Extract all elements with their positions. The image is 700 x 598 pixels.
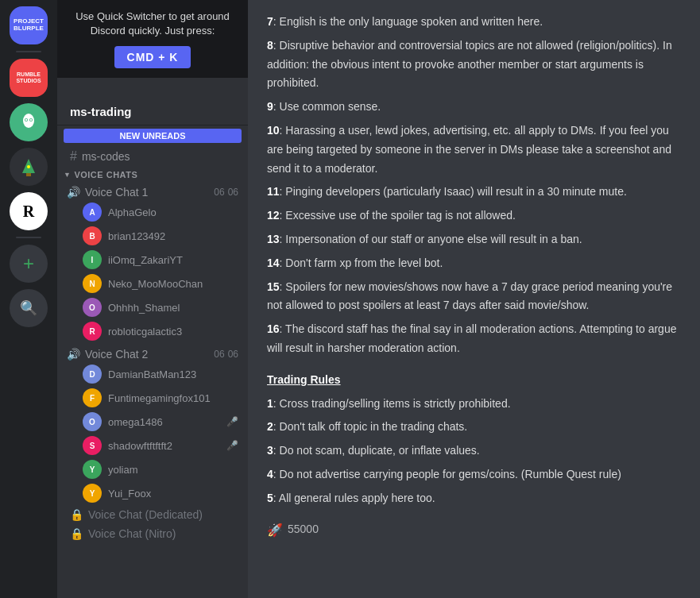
christmas-icon (17, 156, 40, 178)
member-avatar: Y (83, 460, 102, 479)
voice-member[interactable]: Y Yui_Foox (60, 481, 245, 505)
voice-chat-2-header[interactable]: 🔊 Voice Chat 2 06 06 (60, 343, 245, 362)
voice-member[interactable]: D DamianBatMan123 (60, 362, 245, 386)
voice-member[interactable]: A AlphaGelo (60, 200, 245, 224)
member-avatar: B (83, 226, 102, 245)
new-unreads-badge[interactable]: NEW UNREADS (64, 129, 242, 143)
plus-icon: + (23, 253, 34, 275)
svg-point-3 (25, 119, 27, 121)
member-name: Ohhhh_Shamel (108, 302, 238, 314)
channel-item-ms-codes[interactable]: # ms-codes (64, 146, 242, 167)
server-icon-unknown1[interactable] (10, 103, 48, 141)
voice-chat-1-times: 06 06 (214, 187, 238, 198)
locked-channel-dedicated-name: Voice Chat (Dedicated) (88, 508, 203, 521)
voice-member[interactable]: I iiOmq_ZakariYT (60, 248, 245, 272)
boost-bar: 🚀 55000 (267, 513, 681, 547)
lock-icon-dedicated: 🔒 (70, 508, 83, 521)
voice-member[interactable]: O omega1486 🎤 (60, 410, 245, 434)
member-avatar: O (83, 412, 102, 431)
add-server-button[interactable]: + (10, 245, 48, 283)
rules-list: 7: English is the only language spoken a… (267, 13, 681, 358)
svg-point-7 (27, 165, 30, 168)
member-name: iiOmq_ZakariYT (108, 254, 238, 266)
member-avatar: I (83, 250, 102, 269)
channel-name-ms-codes: ms-codes (82, 150, 130, 163)
locked-channel-dedicated[interactable]: 🔒 Voice Chat (Dedicated) (64, 505, 242, 524)
voice-chat-1-info: 🔊 Voice Chat 1 (67, 186, 148, 199)
voice-member[interactable]: F Funtimegamingfox101 (60, 386, 245, 410)
voice-chat-1-time2: 06 (228, 187, 238, 198)
server-name[interactable]: ms-trading (57, 95, 248, 125)
trading-rule-item: 4: Do not advertise carrying people for … (267, 465, 681, 484)
member-name: AlphaGelo (108, 206, 238, 218)
server-icon-christmas[interactable] (10, 148, 48, 186)
rule-item: 13: Impersonation of our staff or anyone… (267, 230, 681, 249)
member-avatar: R (83, 322, 102, 341)
boost-count: 55000 (288, 520, 319, 539)
voice-chat-1-name: Voice Chat 1 (85, 186, 148, 199)
member-avatar: S (83, 436, 102, 455)
trading-rule-item: 2: Don't talk off topic in the trading c… (267, 418, 681, 437)
server-sidebar: PROJECTBLURPLE RUMBLESTUDIOS R + 🔍 (0, 0, 57, 598)
member-avatar: F (83, 388, 102, 407)
voice-chat-1-members: A AlphaGelo B brian123492 I iiOmq_Zakari… (57, 200, 248, 343)
rule-item: 12: Excessive use of the spoiler tag is … (267, 206, 681, 226)
rule-item: 11: Pinging developers (particularly Isa… (267, 183, 681, 202)
rules-content: 7: English is the only language spoken a… (267, 13, 681, 547)
voice-member[interactable]: Y yoliam (60, 457, 245, 481)
mute-icon: 🎤 (226, 440, 238, 451)
speaker-icon-2: 🔊 (67, 348, 80, 361)
member-avatar: N (83, 274, 102, 293)
hash-icon: # (70, 149, 77, 164)
channel-list: ms-trading NEW UNREADS # ms-codes ▼ VOIC… (57, 0, 248, 598)
member-avatar: A (83, 203, 102, 222)
server-divider (16, 51, 41, 52)
locked-channel-nitro-name: Voice Chat (Nitro) (88, 527, 176, 540)
voice-chat-2-info: 🔊 Voice Chat 2 (67, 348, 148, 361)
tooltip-text: Use Quick Switcher to get around Discord… (75, 10, 230, 38)
voice-chat-1-time1: 06 (214, 187, 224, 198)
locked-channel-nitro[interactable]: 🔒 Voice Chat (Nitro) (64, 524, 242, 543)
member-name: Neko_MooMooChan (108, 278, 238, 290)
voice-member[interactable]: O Ohhhh_Shamel (60, 295, 245, 319)
trading-rules-list: 1: Cross trading/selling items is strict… (267, 395, 681, 508)
server-divider-2 (16, 237, 41, 238)
trading-rule-item: 3: Do not scam, duplicate, or inflate va… (267, 442, 681, 461)
rule-item: 10: Harassing a user, lewd jokes, advert… (267, 122, 681, 178)
voice-chat-2-time1: 06 (214, 349, 224, 360)
voice-chats-category[interactable]: ▼ VOICE CHATS (57, 167, 248, 181)
voice-chat-1-header[interactable]: 🔊 Voice Chat 1 06 06 (60, 181, 245, 200)
trading-rule-item: 1: Cross trading/selling items is strict… (267, 395, 681, 414)
discover-servers-button[interactable]: 🔍 (10, 289, 48, 327)
compass-icon: 🔍 (20, 299, 37, 317)
server-icon-project-blurple[interactable]: PROJECTBLURPLE (10, 6, 48, 44)
tooltip-kbd: CMD + K (114, 46, 191, 68)
voice-chats-label: VOICE CHATS (74, 170, 137, 179)
voice-chat-2-name: Voice Chat 2 (85, 348, 148, 361)
svg-point-0 (23, 114, 34, 128)
svg-point-4 (30, 119, 32, 121)
voice-member[interactable]: R robloticgalactic3 (60, 319, 245, 343)
member-name: omega1486 (108, 416, 220, 428)
member-name: shadowftftftft2 (108, 440, 220, 452)
category-arrow-icon: ▼ (64, 171, 71, 179)
voice-member[interactable]: N Neko_MooMooChan (60, 272, 245, 295)
speaker-icon: 🔊 (67, 186, 80, 199)
voice-chat-2-members: D DamianBatMan123 F Funtimegamingfox101 … (57, 362, 248, 505)
server-icon-rumble-studios[interactable]: RUMBLESTUDIOS (10, 59, 48, 97)
voice-chat-2-times: 06 06 (214, 349, 238, 360)
trading-rules-title: Trading Rules (267, 371, 681, 390)
member-avatar: O (83, 298, 102, 317)
member-avatar: D (83, 365, 102, 384)
svg-rect-6 (26, 173, 31, 176)
server-icon-roblox[interactable]: R (10, 192, 48, 230)
rule-item: 8: Disruptive behavior and controversial… (267, 37, 681, 93)
main-content: 7: English is the only language spoken a… (248, 0, 700, 598)
boost-icon: 🚀 (267, 519, 283, 541)
rule-item: 15: Spoilers for new movies/shows now ha… (267, 278, 681, 316)
alien-icon (19, 113, 38, 132)
member-name: brian123492 (108, 230, 238, 242)
voice-member[interactable]: S shadowftftftft2 🎤 (60, 434, 245, 457)
voice-member[interactable]: B brian123492 (60, 224, 245, 248)
member-name: yoliam (108, 464, 238, 476)
